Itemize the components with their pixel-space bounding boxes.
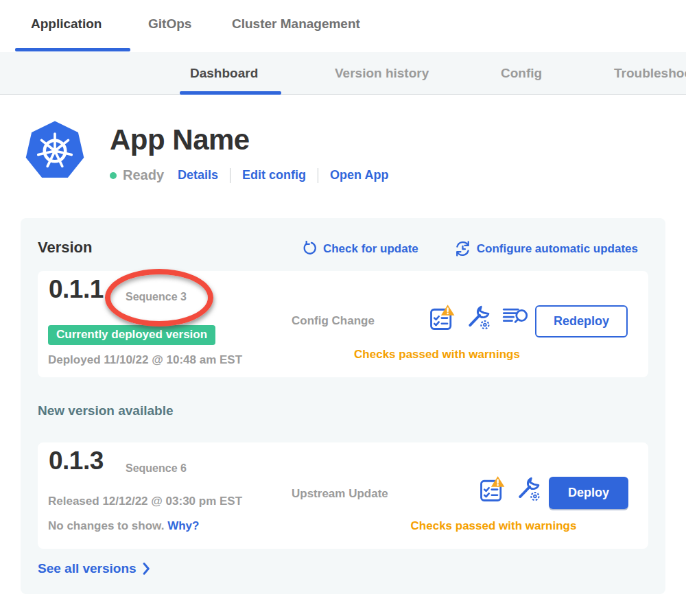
active-subtab-underline [180, 91, 281, 95]
change-type-label: Config Change [292, 314, 375, 328]
tab-gitops[interactable]: GitOps [148, 16, 191, 32]
deploy-button[interactable]: Deploy [549, 477, 628, 509]
ready-status-label: Ready [123, 167, 164, 183]
top-navigation: Application GitOps Cluster Management [0, 0, 686, 52]
redeploy-button[interactable]: Redeploy [535, 305, 628, 337]
version-check-icons [479, 475, 543, 503]
app-status-row: Ready Details Edit config Open App [110, 167, 388, 183]
page-title: App Name [110, 123, 250, 156]
kubernetes-logo-icon [23, 118, 87, 184]
chevron-right-icon [143, 562, 150, 575]
available-version-number: 0.1.3 [49, 447, 104, 475]
refresh-icon [302, 241, 318, 257]
configure-automatic-updates-label: Configure automatic updates [477, 242, 638, 256]
config-wrench-icon[interactable] [465, 304, 493, 331]
deployed-version-card: 0.1.1 Sequence 3 Currently deployed vers… [38, 271, 648, 377]
available-sequence-label: Sequence 6 [126, 462, 187, 475]
config-wrench-icon[interactable] [515, 475, 543, 503]
version-panel-actions: Check for update Configure automatic upd… [302, 240, 638, 257]
version-panel-title: Version [38, 239, 92, 257]
preflight-checks-icon[interactable] [479, 475, 506, 503]
no-changes-text: No changes to show. Why? [48, 519, 199, 533]
why-link[interactable]: Why? [167, 519, 199, 532]
tab-application[interactable]: Application [31, 16, 102, 32]
edit-config-link[interactable]: Edit config [242, 168, 306, 182]
see-all-versions-label: See all versions [38, 561, 137, 576]
checks-status-text: Checks passed with warnings [396, 519, 591, 533]
released-timestamp: Released 12/12/22 @ 03:30 pm EST [48, 495, 242, 508]
currently-deployed-badge: Currently deployed version [48, 325, 215, 345]
ready-status-dot [110, 172, 117, 179]
open-app-link[interactable]: Open App [330, 168, 388, 182]
version-panel: Version Check for update Con [21, 218, 665, 594]
change-type-label: Upstream Update [292, 487, 388, 501]
tab-config[interactable]: Config [501, 66, 542, 81]
configure-automatic-updates-link[interactable]: Configure automatic updates [454, 240, 638, 257]
version-check-icons [429, 304, 530, 331]
check-for-update-link[interactable]: Check for update [302, 240, 418, 257]
see-all-versions-link[interactable]: See all versions [38, 561, 150, 576]
tab-troubleshoot[interactable]: Troubleshoot [614, 66, 686, 81]
tab-version-history[interactable]: Version history [335, 66, 429, 81]
tab-dashboard[interactable]: Dashboard [190, 66, 258, 81]
new-version-heading: New version available [38, 403, 174, 418]
details-link[interactable]: Details [178, 168, 218, 182]
no-changes-label: No changes to show. [48, 519, 164, 532]
check-for-update-label: Check for update [323, 242, 418, 256]
divider [230, 168, 230, 183]
deployed-timestamp: Deployed 11/10/22 @ 10:48 am EST [48, 353, 242, 367]
view-files-icon[interactable] [501, 304, 530, 327]
checks-status-text: Checks passed with warnings [338, 348, 536, 362]
tab-cluster-management[interactable]: Cluster Management [232, 16, 360, 32]
deployed-version-number: 0.1.1 [49, 275, 104, 304]
divider [318, 168, 318, 183]
available-version-card: 0.1.3 Sequence 6 Released 12/12/22 @ 03:… [38, 442, 648, 549]
preflight-checks-icon[interactable] [429, 304, 456, 331]
app-sub-navigation: Dashboard Version history Config Trouble… [0, 52, 686, 95]
active-tab-underline [15, 48, 130, 51]
deployed-sequence-label: Sequence 3 [126, 291, 187, 303]
auto-update-icon [454, 240, 471, 257]
